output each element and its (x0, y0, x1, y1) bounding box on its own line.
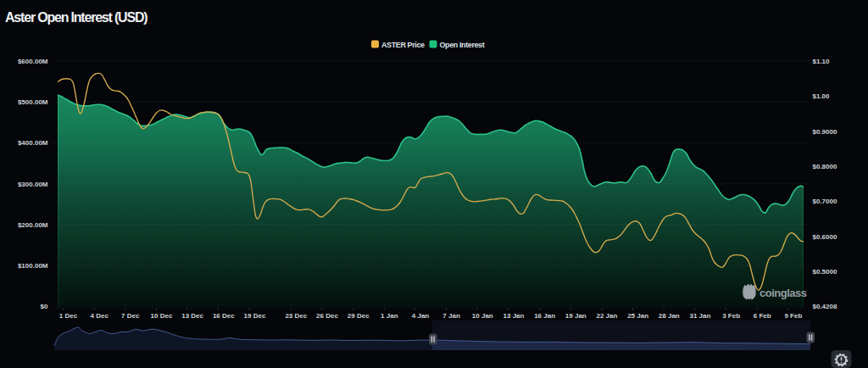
svg-text:10 Jan: 10 Jan (472, 312, 493, 320)
svg-text:29 Dec: 29 Dec (348, 312, 370, 320)
svg-text:13 Dec: 13 Dec (181, 312, 203, 320)
svg-text:7 Dec: 7 Dec (121, 312, 140, 320)
svg-text:4 Jan: 4 Jan (412, 312, 430, 320)
svg-text:ASTER Price: ASTER Price (381, 41, 425, 49)
svg-text:$0.5000: $0.5000 (813, 268, 837, 276)
svg-text:$100.00M: $100.00M (18, 262, 48, 270)
svg-text:10 Dec: 10 Dec (151, 312, 173, 320)
svg-text:$200.00M: $200.00M (18, 221, 48, 229)
svg-text:6 Feb: 6 Feb (754, 312, 771, 320)
svg-text:22 Jan: 22 Jan (596, 312, 617, 320)
svg-text:$1.00: $1.00 (813, 92, 831, 100)
svg-text:$0.7000: $0.7000 (813, 198, 837, 205)
svg-text:$300.00M: $300.00M (18, 181, 48, 188)
svg-text:1 Dec: 1 Dec (59, 312, 78, 320)
svg-text:$0.6000: $0.6000 (813, 233, 837, 241)
svg-text:9 Feb: 9 Feb (784, 312, 802, 320)
svg-text:28 Jan: 28 Jan (659, 312, 680, 320)
svg-text:Aster Open Interest (USD): Aster Open Interest (USD) (5, 10, 147, 25)
svg-text:19 Jan: 19 Jan (565, 312, 587, 320)
svg-text:26 Dec: 26 Dec (316, 312, 338, 320)
svg-text:Open Interest: Open Interest (440, 41, 485, 49)
svg-text:$0: $0 (41, 303, 48, 310)
svg-text:23 Dec: 23 Dec (285, 312, 307, 320)
svg-text:16 Dec: 16 Dec (213, 312, 235, 320)
svg-text:16 Jan: 16 Jan (534, 312, 555, 320)
svg-text:1 Jan: 1 Jan (381, 312, 398, 320)
svg-text:$0.4208: $0.4208 (813, 303, 837, 310)
svg-text:$0.9000: $0.9000 (813, 128, 837, 136)
svg-text:$600.00M: $600.00M (18, 58, 48, 65)
svg-text:19 Dec: 19 Dec (244, 312, 266, 320)
svg-text:$400.00M: $400.00M (18, 139, 48, 147)
svg-text:31 Jan: 31 Jan (689, 312, 710, 320)
svg-text:$500.00M: $500.00M (18, 98, 48, 106)
svg-text:25 Jan: 25 Jan (627, 312, 648, 320)
svg-text:coinglass: coinglass (760, 287, 807, 299)
svg-text:$0.8000: $0.8000 (813, 163, 837, 170)
svg-text:13 Jan: 13 Jan (504, 312, 525, 320)
svg-text:4 Dec: 4 Dec (91, 312, 109, 320)
svg-text:$1.10: $1.10 (813, 58, 831, 65)
svg-text:7 Jan: 7 Jan (442, 312, 460, 320)
svg-text:3 Feb: 3 Feb (722, 312, 740, 320)
